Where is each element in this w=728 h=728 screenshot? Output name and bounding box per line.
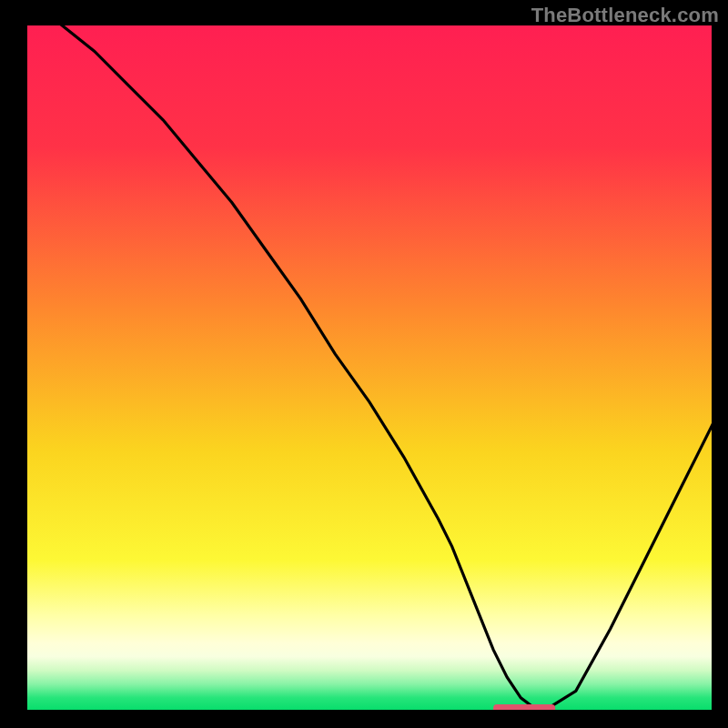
watermark-text: TheBottleneck.com <box>531 4 719 27</box>
gradient-background <box>25 24 713 712</box>
chart-container: TheBottleneck.com <box>0 0 728 728</box>
bottleneck-chart <box>0 0 728 728</box>
